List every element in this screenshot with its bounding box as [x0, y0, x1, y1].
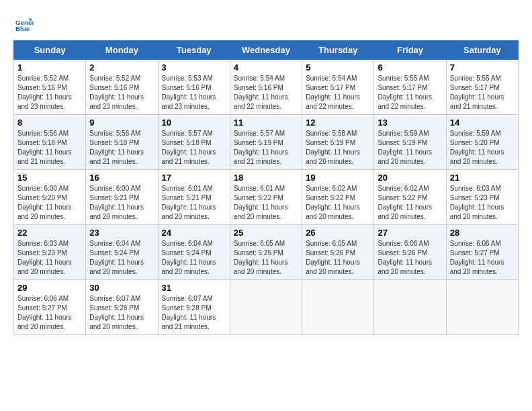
calendar-cell: 26 Sunrise: 6:05 AM Sunset: 5:26 PM Dayl… [302, 225, 374, 280]
calendar-header-row: SundayMondayTuesdayWednesdayThursdayFrid… [14, 41, 519, 60]
header-thursday: Thursday [302, 41, 374, 60]
calendar-cell: 22 Sunrise: 6:03 AM Sunset: 5:23 PM Dayl… [14, 225, 86, 280]
day-info: Sunrise: 6:04 AM Sunset: 5:24 PM Dayligh… [89, 239, 154, 277]
day-number: 24 [162, 228, 226, 238]
day-info: Sunrise: 5:57 AM Sunset: 5:19 PM Dayligh… [234, 129, 298, 167]
header-sunday: Sunday [14, 41, 86, 60]
calendar-cell: 21 Sunrise: 6:03 AM Sunset: 5:23 PM Dayl… [446, 170, 518, 225]
calendar-cell: 18 Sunrise: 6:01 AM Sunset: 5:22 PM Dayl… [230, 170, 302, 225]
week-row-4: 22 Sunrise: 6:03 AM Sunset: 5:23 PM Dayl… [14, 225, 519, 280]
week-row-3: 15 Sunrise: 6:00 AM Sunset: 5:20 PM Dayl… [14, 170, 519, 225]
calendar-cell: 10 Sunrise: 5:57 AM Sunset: 5:18 PM Dayl… [158, 115, 230, 170]
svg-text:Blue: Blue [15, 25, 30, 32]
header-tuesday: Tuesday [158, 41, 230, 60]
day-info: Sunrise: 5:59 AM Sunset: 5:19 PM Dayligh… [378, 129, 442, 167]
day-number: 7 [450, 62, 515, 73]
header-friday: Friday [374, 41, 446, 60]
day-info: Sunrise: 6:07 AM Sunset: 5:28 PM Dayligh… [162, 294, 226, 332]
calendar-cell: 5 Sunrise: 5:54 AM Sunset: 5:17 PM Dayli… [302, 60, 374, 115]
week-row-5: 29 Sunrise: 6:06 AM Sunset: 5:27 PM Dayl… [14, 280, 519, 335]
day-number: 6 [378, 62, 442, 73]
calendar-cell: 15 Sunrise: 6:00 AM Sunset: 5:20 PM Dayl… [14, 170, 86, 225]
week-row-2: 8 Sunrise: 5:56 AM Sunset: 5:18 PM Dayli… [14, 115, 519, 170]
day-info: Sunrise: 5:54 AM Sunset: 5:17 PM Dayligh… [306, 74, 370, 111]
day-number: 8 [17, 118, 82, 128]
day-info: Sunrise: 6:07 AM Sunset: 5:28 PM Dayligh… [89, 294, 154, 332]
day-number: 19 [306, 173, 370, 183]
day-number: 13 [378, 118, 442, 128]
day-number: 23 [89, 228, 154, 238]
calendar-cell [374, 280, 446, 335]
day-info: Sunrise: 6:03 AM Sunset: 5:23 PM Dayligh… [17, 239, 82, 277]
day-number: 25 [234, 228, 298, 238]
calendar-cell: 20 Sunrise: 6:02 AM Sunset: 5:22 PM Dayl… [374, 170, 446, 225]
day-info: Sunrise: 6:01 AM Sunset: 5:22 PM Dayligh… [234, 184, 298, 222]
day-number: 20 [378, 173, 442, 183]
calendar-cell: 9 Sunrise: 5:56 AM Sunset: 5:18 PM Dayli… [86, 115, 158, 170]
calendar-cell: 8 Sunrise: 5:56 AM Sunset: 5:18 PM Dayli… [14, 115, 86, 170]
calendar-cell: 13 Sunrise: 5:59 AM Sunset: 5:19 PM Dayl… [374, 115, 446, 170]
day-number: 22 [17, 228, 82, 238]
logo-icon: General Blue [13, 13, 34, 34]
day-number: 31 [162, 283, 226, 293]
day-info: Sunrise: 5:54 AM Sunset: 5:16 PM Dayligh… [234, 74, 298, 111]
calendar-cell: 17 Sunrise: 6:01 AM Sunset: 5:21 PM Dayl… [158, 170, 230, 225]
day-number: 30 [89, 283, 154, 293]
day-number: 15 [17, 173, 82, 183]
day-info: Sunrise: 6:03 AM Sunset: 5:23 PM Dayligh… [450, 184, 515, 222]
day-info: Sunrise: 6:00 AM Sunset: 5:21 PM Dayligh… [89, 184, 154, 222]
day-info: Sunrise: 5:55 AM Sunset: 5:17 PM Dayligh… [450, 74, 515, 111]
day-info: Sunrise: 5:55 AM Sunset: 5:17 PM Dayligh… [378, 74, 442, 111]
day-info: Sunrise: 5:53 AM Sunset: 5:16 PM Dayligh… [162, 74, 226, 111]
day-number: 16 [89, 173, 154, 183]
day-info: Sunrise: 6:05 AM Sunset: 5:26 PM Dayligh… [306, 239, 370, 277]
day-number: 1 [17, 62, 82, 73]
calendar-cell [446, 280, 518, 335]
calendar-cell: 30 Sunrise: 6:07 AM Sunset: 5:28 PM Dayl… [86, 280, 158, 335]
day-number: 21 [450, 173, 515, 183]
day-info: Sunrise: 6:01 AM Sunset: 5:21 PM Dayligh… [162, 184, 226, 222]
day-number: 4 [234, 62, 298, 73]
day-number: 11 [234, 118, 298, 128]
calendar-cell: 25 Sunrise: 6:05 AM Sunset: 5:25 PM Dayl… [230, 225, 302, 280]
day-number: 29 [17, 283, 82, 293]
logo: General Blue [13, 13, 36, 34]
day-info: Sunrise: 5:56 AM Sunset: 5:18 PM Dayligh… [89, 129, 154, 167]
day-info: Sunrise: 5:52 AM Sunset: 5:16 PM Dayligh… [89, 74, 154, 111]
day-info: Sunrise: 5:56 AM Sunset: 5:18 PM Dayligh… [17, 129, 82, 167]
header-wednesday: Wednesday [230, 41, 302, 60]
day-info: Sunrise: 6:06 AM Sunset: 5:27 PM Dayligh… [450, 239, 515, 277]
day-info: Sunrise: 6:02 AM Sunset: 5:22 PM Dayligh… [306, 184, 370, 222]
day-info: Sunrise: 6:02 AM Sunset: 5:22 PM Dayligh… [378, 184, 442, 222]
day-info: Sunrise: 6:06 AM Sunset: 5:27 PM Dayligh… [17, 294, 82, 332]
day-info: Sunrise: 5:59 AM Sunset: 5:20 PM Dayligh… [450, 129, 515, 167]
calendar-cell: 19 Sunrise: 6:02 AM Sunset: 5:22 PM Dayl… [302, 170, 374, 225]
calendar-cell: 24 Sunrise: 6:04 AM Sunset: 5:24 PM Dayl… [158, 225, 230, 280]
calendar-cell [302, 280, 374, 335]
header-saturday: Saturday [446, 41, 518, 60]
calendar-cell: 23 Sunrise: 6:04 AM Sunset: 5:24 PM Dayl… [86, 225, 158, 280]
day-number: 28 [450, 228, 515, 238]
calendar-cell: 6 Sunrise: 5:55 AM Sunset: 5:17 PM Dayli… [374, 60, 446, 115]
calendar-cell: 31 Sunrise: 6:07 AM Sunset: 5:28 PM Dayl… [158, 280, 230, 335]
day-number: 26 [306, 228, 370, 238]
day-number: 3 [162, 62, 226, 73]
day-number: 14 [450, 118, 515, 128]
calendar-cell: 28 Sunrise: 6:06 AM Sunset: 5:27 PM Dayl… [446, 225, 518, 280]
day-number: 27 [378, 228, 442, 238]
calendar-cell: 11 Sunrise: 5:57 AM Sunset: 5:19 PM Dayl… [230, 115, 302, 170]
day-number: 18 [234, 173, 298, 183]
day-info: Sunrise: 6:06 AM Sunset: 5:26 PM Dayligh… [378, 239, 442, 277]
day-info: Sunrise: 5:52 AM Sunset: 5:16 PM Dayligh… [17, 74, 82, 111]
calendar-cell: 7 Sunrise: 5:55 AM Sunset: 5:17 PM Dayli… [446, 60, 518, 115]
day-number: 17 [162, 173, 226, 183]
calendar-cell [230, 280, 302, 335]
day-number: 9 [89, 118, 154, 128]
day-number: 2 [89, 62, 154, 73]
day-number: 10 [162, 118, 226, 128]
calendar-cell: 4 Sunrise: 5:54 AM Sunset: 5:16 PM Dayli… [230, 60, 302, 115]
calendar-cell: 16 Sunrise: 6:00 AM Sunset: 5:21 PM Dayl… [86, 170, 158, 225]
day-info: Sunrise: 6:00 AM Sunset: 5:20 PM Dayligh… [17, 184, 82, 222]
day-info: Sunrise: 6:05 AM Sunset: 5:25 PM Dayligh… [234, 239, 298, 277]
header-monday: Monday [86, 41, 158, 60]
